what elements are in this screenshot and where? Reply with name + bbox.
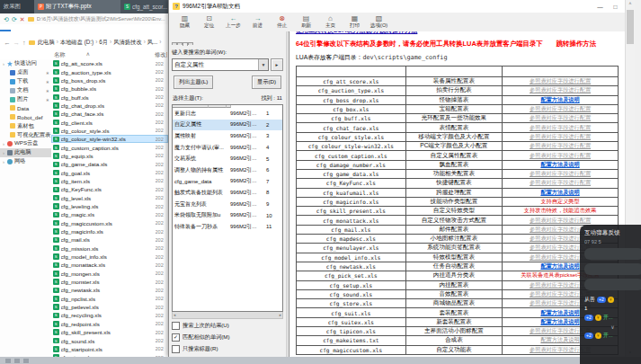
undo-icon[interactable]: ⟲ xyxy=(4,16,9,22)
scrollbar-thumb[interactable] xyxy=(627,10,634,44)
results-horizontal-scrollbar[interactable]: ◂▸ xyxy=(172,312,283,319)
sidebar-tree-item[interactable]: › 此电脑 xyxy=(0,148,51,157)
sidebar-tree-item[interactable]: 桌面 ∗ xyxy=(0,68,51,77)
config-remark[interactable]: 参照表对应字段进行配置 xyxy=(503,151,619,160)
file-row[interactable]: S cfg_colour_style.xls 202 xyxy=(51,127,168,135)
file-row[interactable]: S cfg_buff.xls 202 xyxy=(51,93,168,101)
breadcrumb-item[interactable]: 6月› xyxy=(99,39,113,47)
collapse-caret-icon[interactable]: ∨ xyxy=(584,324,641,330)
explorer-menu-item[interactable] xyxy=(32,30,43,31)
file-row[interactable]: S cfg_bubble.xls 202 xyxy=(51,84,168,93)
wps-document-tab[interactable]: S cfg_att_scor... xyxy=(120,0,168,13)
sidebar-tree-item[interactable]: › WPS云盘 xyxy=(0,139,51,148)
file-row[interactable]: S cfg_chat_face.xls 202 xyxy=(51,110,168,118)
display-button[interactable]: 显示(D) xyxy=(252,75,281,89)
file-row[interactable]: S cfg_mail.xls 202 xyxy=(51,235,168,244)
jump-link[interactable]: 跳转操作方法 xyxy=(556,40,596,48)
config-remark[interactable]: 参照表对应字段进行配置 xyxy=(503,169,619,178)
sidebar-tree-item[interactable]: Robot_def xyxy=(0,112,51,121)
overlay-message-row[interactable]: 1 xyxy=(584,304,641,313)
toolbar-button[interactable]: ▦ 打印 xyxy=(343,14,367,30)
file-row[interactable]: S cfg_item.xls 202 xyxy=(51,177,168,185)
back-icon[interactable]: ← xyxy=(4,39,11,47)
file-row[interactable]: S cfg_equip.xls 202 xyxy=(51,152,168,160)
file-row[interactable]: S cfg_KeyFunc.xls 202 xyxy=(51,185,168,193)
file-row[interactable]: S cfg_recycling.xls 202 xyxy=(51,311,168,319)
file-row[interactable]: S cfg_custom_caption.xls 202 xyxy=(51,143,168,151)
config-remark[interactable]: 参照表对应字段进行配置 xyxy=(503,132,619,141)
results-column-header[interactable] xyxy=(227,105,231,108)
search-option-row[interactable]: 搜索上次的结果(U) xyxy=(172,321,283,331)
overlay-action-button[interactable] xyxy=(584,263,641,275)
sidebar-tree-item[interactable]: › 快速访问 xyxy=(0,59,51,68)
result-row[interactable]: 交易系统 996M2引... 5 xyxy=(173,153,282,164)
overlay-message-row[interactable]: +2 ¥ 开... xyxy=(584,331,641,340)
overlay-action-button[interactable] xyxy=(584,248,641,260)
search-option-row[interactable]: 只搜索标题(R) xyxy=(172,344,283,354)
config-remark[interactable]: 参照表对应字段进行配置 xyxy=(503,142,619,151)
file-row[interactable]: S cfg_skill_present.xls 202 xyxy=(51,328,168,336)
overlay-message-row[interactable]: 从善 +2 ¥ xyxy=(584,295,641,304)
result-row[interactable]: 自定义属性 996M2引... 2 xyxy=(173,120,282,131)
breadcrumb-item[interactable]: 风清扬技改› xyxy=(113,39,147,47)
config-remark[interactable]: 配置方法及说明 xyxy=(503,95,619,104)
toolbar-button[interactable]: ⊗ 停止 xyxy=(270,14,294,30)
file-row[interactable]: S cfg_startpoint.xls 202 xyxy=(51,345,168,353)
result-row[interactable]: 特殊装备一刀秒杀 996M2引... 11 xyxy=(173,221,282,233)
sidebar-tree-item[interactable]: 素材包 xyxy=(0,121,51,130)
toolbar-button[interactable]: ⌂ 主页 xyxy=(318,14,343,30)
result-row[interactable]: 调整人物的持有属性 996M2引... 6 xyxy=(173,164,282,176)
result-row[interactable]: 属性映射 996M2引... 3 xyxy=(173,130,282,142)
result-row[interactable]: 魔力支付申请认(审... 996M2引... 4 xyxy=(173,142,282,154)
column-header-date[interactable]: 修改日期 xyxy=(155,51,167,59)
file-row[interactable]: S cfg_redpoint.xls 202 xyxy=(51,320,168,328)
maximize-button[interactable]: □ xyxy=(608,1,623,12)
result-row[interactable]: cfg_game_data 996M2引... 7 xyxy=(173,176,282,188)
sidebar-tree-item[interactable]: 可视化配置表 xyxy=(0,130,51,139)
search-option-row[interactable]: 匹配相似的单词(M) xyxy=(172,333,283,342)
breadcrumb-item[interactable]: 本地磁盘 (D:)› xyxy=(60,39,100,47)
overlay-message-row[interactable]: +2 ¥ 开... xyxy=(584,313,641,322)
checkbox-icon[interactable] xyxy=(172,333,180,342)
sidebar-tree-item[interactable]: 下载 ∗ xyxy=(0,77,51,86)
file-row[interactable]: S cfg_chat_drop.xls 202 xyxy=(51,102,168,110)
help-title-bar[interactable]: ? 996M2引擎A帮助文档 — □ ✕ xyxy=(169,0,641,13)
file-row[interactable]: S cfg_auction_type.xls 202 xyxy=(51,67,168,75)
file-row[interactable]: S cfg_model_info.xls 202 xyxy=(51,253,168,261)
file-row[interactable]: S cfg_game_data.xls 202 xyxy=(51,160,168,168)
file-row[interactable]: S cfg_magiccustom.xls 202 xyxy=(51,219,168,227)
config-remark[interactable]: 参照表对应字段进行配置 xyxy=(503,216,619,225)
explorer-menu-item[interactable] xyxy=(11,30,22,31)
list-topics-button[interactable]: 列出主题(L) xyxy=(174,75,213,89)
column-header-name[interactable]: 名称 xyxy=(54,51,66,59)
config-remark[interactable]: 参照表对应字段进行配置 xyxy=(503,114,619,123)
explorer-menu-item[interactable] xyxy=(0,30,11,31)
result-row[interactable]: 米袋领取无限附加u 996M2引... 10 xyxy=(173,209,282,221)
forward-icon[interactable]: → xyxy=(13,39,21,47)
file-row[interactable]: S cfg_mongen.xls 202 xyxy=(51,270,168,278)
sidebar-tree-item[interactable]: Data xyxy=(0,103,51,112)
result-row[interactable]: 更新日志 996M2引... 1 xyxy=(173,108,282,120)
file-row[interactable]: S cfg_mission.xls 202 xyxy=(51,244,168,253)
file-row[interactable]: S cfg_magic.xls 202 xyxy=(51,210,168,218)
dropdown-arrow-icon[interactable]: ▼ xyxy=(258,59,268,70)
explorer-menu-item[interactable] xyxy=(22,30,32,31)
file-row[interactable]: S cfg_boss_drop.xls 202 xyxy=(51,76,168,84)
checkbox-icon[interactable] xyxy=(172,345,180,353)
file-row[interactable]: S cfg_magicinfo.xls 202 xyxy=(51,227,168,235)
wps-document-tab[interactable]: P 附了TXT事件.pptx xyxy=(34,0,120,13)
file-row[interactable]: S cfg_newtask.xls 202 xyxy=(51,286,168,294)
minimize-button[interactable]: — xyxy=(592,1,608,12)
results-column-header[interactable] xyxy=(173,105,209,108)
config-remark[interactable]: 参照表对应字段进行配置 xyxy=(503,86,619,95)
file-row[interactable]: S cfg_npclist.xls 202 xyxy=(51,295,168,303)
config-remark[interactable]: 参照表对应字段进行配置 xyxy=(503,179,619,188)
checkbox-icon[interactable] xyxy=(172,322,180,330)
toolbar-button[interactable]: ← 上一步 xyxy=(221,14,245,30)
toolbar-button[interactable]: → 前进 xyxy=(245,14,270,30)
boolean-operator-button[interactable]: ▸ xyxy=(271,58,283,71)
toolbar-button[interactable]: ⊡ 定位 xyxy=(197,14,221,30)
file-row[interactable]: S cfg_level.xls 202 xyxy=(51,194,168,202)
breadcrumb-item[interactable]: 此电脑› xyxy=(38,39,60,47)
config-remark[interactable]: 支持自定义类型 xyxy=(503,197,619,206)
